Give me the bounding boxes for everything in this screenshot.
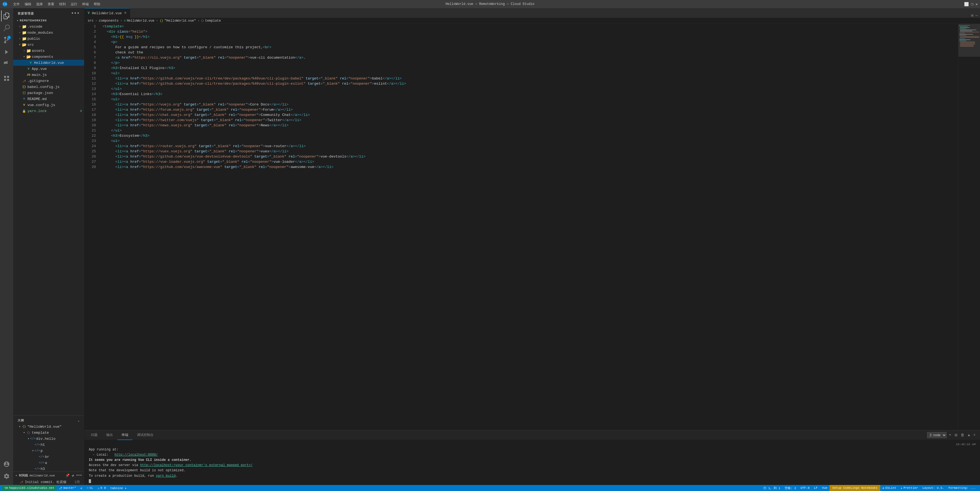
- status-formatting[interactable]: Formatting: ...: [946, 485, 978, 491]
- tree-item-gitignore[interactable]: ⎇ .gitignore: [13, 78, 84, 84]
- tree-item-node-modules[interactable]: › 📁 node_modules: [13, 30, 84, 36]
- timeline-item[interactable]: ⎇ Initial commit. 杜若烟 1周: [13, 479, 84, 485]
- outline-div-hello[interactable]: ▾ </> div.hello: [13, 435, 84, 442]
- tree-item-readme[interactable]: M README.md: [13, 96, 84, 102]
- window-title: HelloWorld.vue — RemoteWorking — Cloud S…: [445, 2, 535, 6]
- tree-item-yarn-lock[interactable]: 🔒 yarn.lock U: [13, 108, 84, 114]
- tab-close-btn[interactable]: ×: [124, 11, 127, 15]
- settings-activity-icon[interactable]: [1, 471, 12, 482]
- status-codelingo[interactable]: Setup CodeLingo Notebooks: [830, 485, 880, 491]
- breadcrumb-helloworld-export[interactable]: "HelloWorld.vue": [164, 19, 196, 23]
- terminal-select[interactable]: 2: node: [927, 432, 947, 438]
- outline-header[interactable]: 大纲 ⌄: [13, 417, 84, 424]
- panel-tab-output[interactable]: 输出: [102, 431, 117, 440]
- timeline-pin-icon[interactable]: 📌: [65, 474, 70, 478]
- restore-btn[interactable]: ❐: [971, 2, 973, 6]
- status-language[interactable]: Vue: [820, 485, 830, 491]
- tree-item-assets[interactable]: › 📁 assets: [13, 48, 84, 54]
- menu-view[interactable]: 查看: [46, 2, 56, 7]
- tree-item-app-vue[interactable]: V App.vue: [13, 66, 84, 72]
- status-errors[interactable]: ⚠ 0 0: [95, 485, 108, 491]
- tree-item-public[interactable]: › 📁 public: [13, 36, 84, 42]
- panel-tab-problems[interactable]: 问题: [87, 431, 102, 440]
- tab-helloworld[interactable]: V HelloWorld.vue ×: [84, 8, 130, 18]
- eol-text: LF: [814, 486, 818, 489]
- menu-file[interactable]: 文件: [11, 2, 22, 7]
- tree-root[interactable]: ▾ REMOTEWORKING: [13, 17, 84, 24]
- status-encoding[interactable]: UTF-8: [798, 485, 812, 491]
- menu-select[interactable]: 选择: [34, 2, 45, 7]
- maximize-panel-btn[interactable]: ▲: [967, 433, 971, 437]
- close-btn[interactable]: ✕: [975, 2, 978, 6]
- outline-br[interactable]: </> br: [13, 454, 84, 460]
- minimap[interactable]: [958, 24, 980, 430]
- split-terminal-btn[interactable]: ⊞: [954, 432, 959, 438]
- svg-rect-7: [959, 26, 968, 27]
- container-link[interactable]: http://localhost:<your container's exter…: [140, 463, 252, 467]
- status-git-branch[interactable]: ⎇ master*: [56, 485, 78, 491]
- panel-tab-terminal[interactable]: 终端: [117, 431, 133, 440]
- extensions-activity-icon[interactable]: [1, 59, 12, 70]
- breadcrumb-template[interactable]: template: [205, 19, 221, 23]
- timeline-header[interactable]: ▾ 时间线 HelloWorld.vue 📌 ↺ •••: [13, 472, 84, 479]
- status-tabnine[interactable]: tabnine ✦: [108, 485, 129, 491]
- terminal-cursor-line: [89, 479, 975, 484]
- code-area[interactable]: <template> <div class="hello"> <h1>{{ ms…: [98, 24, 958, 430]
- breadcrumb-helloworld-vue[interactable]: HelloWorld.vue: [127, 19, 154, 23]
- terminal-content[interactable]: 10:40:16 AM App running at: - Local: htt…: [84, 440, 980, 485]
- trash-terminal-btn[interactable]: 🗑: [959, 433, 966, 437]
- minimize-btn[interactable]: ⬜: [964, 2, 969, 6]
- status-remote[interactable]: ⌥⌘ happy1183.cloudstudio.net: [2, 485, 56, 491]
- tree-item-babel[interactable]: {} babel.config.js: [13, 84, 84, 90]
- panel-tab-bar: 问题 输出 终端 调试控制台 2: node + ⊞ 🗑: [84, 431, 980, 440]
- breadcrumb-src[interactable]: src: [88, 19, 94, 23]
- sidebar-more-btn[interactable]: •••: [71, 11, 80, 16]
- panel-tab-debug[interactable]: 调试控制台: [133, 431, 158, 440]
- yarn-build-link[interactable]: yarn build: [156, 474, 176, 478]
- status-prettier[interactable]: ✦ Prettier: [898, 485, 920, 491]
- outline-p[interactable]: ▾ </> p: [13, 448, 84, 454]
- language-text: Vue: [822, 486, 827, 489]
- tree-item-vscode[interactable]: › 📁 .vscode: [13, 24, 84, 30]
- tree-item-package[interactable]: {} package.json: [13, 90, 84, 96]
- close-panel-btn[interactable]: ×: [972, 433, 977, 437]
- menu-run[interactable]: 运行: [68, 2, 80, 7]
- status-eslint[interactable]: ⊘ ESLint: [880, 485, 898, 491]
- account-activity-icon[interactable]: [1, 459, 12, 470]
- outline-a[interactable]: </> a: [13, 460, 84, 466]
- split-editor-icon[interactable]: ⊞: [971, 13, 973, 18]
- outline-h3[interactable]: </> h3: [13, 466, 84, 472]
- timeline-refresh-icon[interactable]: ↺: [72, 474, 74, 478]
- outline-helloworld[interactable]: ▾ {} "HelloWorld.vue": [13, 424, 84, 430]
- status-right: 行 1, 列 1 空格: 2 UTF-8 LF Vue Setup CodeLi…: [761, 485, 978, 491]
- tree-item-main-js[interactable]: JS main.js: [13, 72, 84, 78]
- add-terminal-btn[interactable]: +: [948, 433, 953, 438]
- menu-help[interactable]: 帮助: [92, 2, 102, 7]
- status-cl[interactable]: ○ CL: [84, 485, 95, 491]
- menu-terminal[interactable]: 终端: [80, 2, 91, 7]
- menu-edit[interactable]: 编辑: [22, 2, 33, 7]
- status-position[interactable]: 行 1, 列 1: [761, 485, 783, 491]
- status-spaces[interactable]: 空格: 2: [783, 485, 798, 491]
- tree-item-src[interactable]: ▾ 📂 src: [13, 42, 84, 48]
- explorer-icon[interactable]: [1, 10, 12, 21]
- outline-h1[interactable]: </> h1: [13, 442, 84, 448]
- more-tabs-icon[interactable]: ⋯: [975, 13, 978, 18]
- status-sync[interactable]: ↺: [78, 485, 85, 491]
- debug-tab-label: 调试控制台: [137, 433, 153, 437]
- outline-collapse-icon[interactable]: ⌄: [78, 419, 80, 422]
- local-link[interactable]: http://localhost:8080/: [115, 453, 158, 457]
- remote-activity-icon[interactable]: [1, 73, 12, 84]
- run-activity-icon[interactable]: [1, 46, 12, 57]
- breadcrumb-components[interactable]: components: [99, 19, 119, 23]
- search-activity-icon[interactable]: [1, 22, 12, 33]
- menu-goto[interactable]: 转到: [57, 2, 68, 7]
- tree-item-helloworld[interactable]: V HelloWorld.vue: [13, 60, 84, 66]
- tree-item-components[interactable]: ▾ 📂 components: [13, 54, 84, 60]
- timeline-more-icon[interactable]: •••: [76, 474, 82, 478]
- outline-template[interactable]: ▾ ⬡ template: [13, 430, 84, 435]
- tree-item-vue-config[interactable]: V vue.config.js: [13, 102, 84, 108]
- status-eol[interactable]: LF: [812, 485, 820, 491]
- status-layout[interactable]: Layout: U.S.: [920, 485, 946, 491]
- source-control-activity-icon[interactable]: 1: [1, 35, 12, 46]
